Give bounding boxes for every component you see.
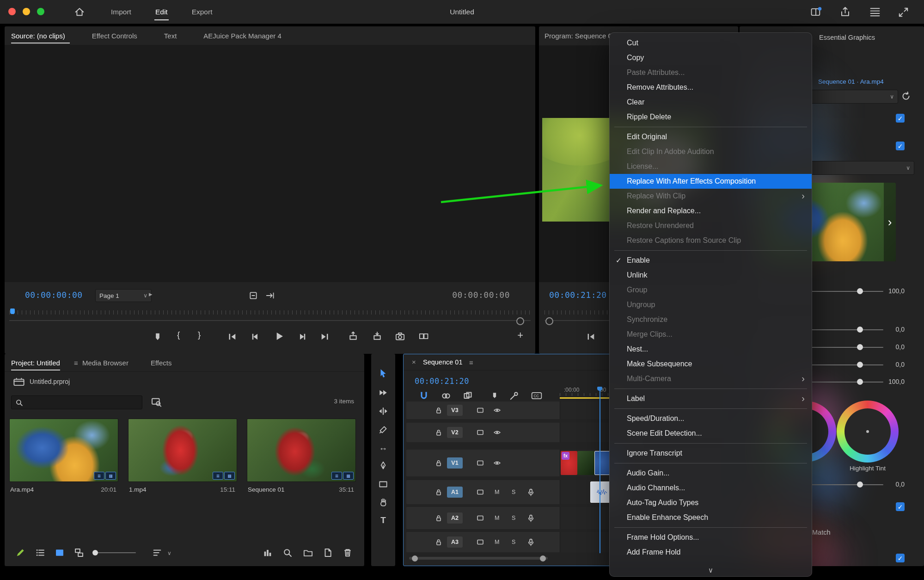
page-selector-dropdown[interactable]: Page 1∨	[95, 289, 152, 302]
source-patch-icon[interactable]	[477, 460, 484, 466]
playhead-line[interactable]	[600, 390, 600, 553]
menu-item[interactable]: Make Subsequence	[610, 357, 812, 371]
menu-item[interactable]: License...	[610, 159, 812, 174]
go-to-in-icon[interactable]	[587, 332, 596, 341]
menu-item[interactable]: Replace With After Effects Composition	[610, 174, 812, 189]
add-marker-icon[interactable]	[153, 332, 163, 342]
track-visibility-eye-icon[interactable]	[493, 429, 501, 436]
menu-item[interactable]	[614, 127, 807, 127]
timeline-clip[interactable]: fx	[561, 451, 577, 475]
lock-icon[interactable]	[435, 407, 442, 414]
delete-icon[interactable]	[342, 547, 353, 558]
project-clip-card[interactable]: ▦ ≣ 1.mp4 15:11	[128, 419, 236, 493]
project-file-name[interactable]: Untitled.prproj	[30, 378, 70, 385]
ripple-edit-tool[interactable]	[378, 406, 389, 417]
pen-tool[interactable]	[378, 460, 389, 471]
menu-item[interactable]: Edit Original	[610, 130, 812, 144]
menu-item[interactable]: Frame Hold Options...	[610, 530, 812, 545]
menu-item[interactable]	[614, 389, 807, 389]
export-frame-icon[interactable]	[395, 331, 405, 341]
menu-item[interactable]: Paste Attributes...	[610, 65, 812, 80]
menu-item[interactable]: Ripple Delete	[610, 110, 812, 124]
panel-tab[interactable]: Effect Controls	[92, 32, 142, 40]
fullscreen-icon[interactable]	[898, 6, 909, 18]
track-label[interactable]: V1	[447, 457, 463, 469]
color-wheels-match-label[interactable]: Match	[812, 529, 831, 536]
section-enabled-checkbox[interactable]: ✓	[896, 502, 905, 511]
linked-selection-icon[interactable]	[441, 391, 451, 401]
slip-tool[interactable]: ↔	[378, 442, 389, 453]
lock-icon[interactable]	[435, 429, 442, 436]
panel-tab[interactable]: Media Browser	[82, 359, 129, 367]
quick-export-menu-icon[interactable]	[869, 7, 881, 17]
source-patch-icon[interactable]	[477, 489, 484, 495]
selection-tool[interactable]	[378, 368, 389, 379]
source-patch-icon[interactable]	[477, 515, 484, 521]
export-settings-icon[interactable]	[265, 291, 275, 300]
menu-item[interactable]: Synchronize	[610, 312, 812, 327]
source-time-ruler[interactable]	[9, 310, 531, 315]
lock-icon[interactable]	[435, 514, 442, 522]
slider-knob[interactable]	[857, 288, 863, 294]
menu-item[interactable]: Enable Enhance Speech	[610, 510, 812, 525]
lift-icon[interactable]	[348, 331, 358, 341]
captions-icon[interactable]: CC	[531, 391, 542, 400]
type-tool[interactable]: T	[378, 515, 389, 526]
button-editor-icon[interactable]: +	[517, 329, 523, 341]
panel-tab[interactable]: Effects	[151, 359, 172, 367]
lock-icon[interactable]	[435, 538, 442, 546]
nest-toggle-icon[interactable]	[463, 391, 472, 401]
menu-item[interactable]: Label ›	[610, 391, 812, 406]
program-zoom-handle[interactable]	[545, 317, 553, 325]
hand-tool[interactable]	[378, 497, 389, 508]
extract-icon[interactable]	[372, 331, 382, 341]
share-icon[interactable]	[839, 6, 851, 18]
menu-item[interactable]: Speed/Duration...	[610, 411, 812, 426]
list-view-icon[interactable]	[35, 547, 46, 558]
zoom-slider[interactable]	[93, 552, 136, 553]
mute-button[interactable]: M	[495, 489, 499, 495]
tab-essential-graphics[interactable]: Essential Graphics	[819, 34, 875, 41]
lock-icon[interactable]	[435, 488, 442, 496]
menu-item[interactable]: Nest...	[610, 342, 812, 357]
slider-value[interactable]: 0,0	[896, 343, 905, 351]
slider-knob[interactable]	[857, 379, 863, 385]
menu-item[interactable]: Multi-Camera ›	[610, 371, 812, 386]
slider-value[interactable]: 100,0	[888, 378, 905, 385]
menu-item[interactable]: Render and Replace...	[610, 204, 812, 218]
menu-item[interactable]: Restore Captions from Source Clip	[610, 233, 812, 248]
timeline-scrollbar[interactable]	[409, 557, 548, 560]
thumbnail-view-icon[interactable]	[54, 547, 65, 558]
voiceover-mic-icon[interactable]	[527, 538, 534, 546]
menu-item[interactable]	[614, 408, 807, 409]
scrollbar-handle-left[interactable]	[412, 555, 418, 561]
timeline-timecode[interactable]: 00:00:21:20	[415, 376, 469, 386]
new-item-icon[interactable]	[322, 547, 333, 558]
solo-button[interactable]: S	[512, 515, 515, 521]
slider-value[interactable]: 100,0	[888, 287, 905, 295]
clip-thumbnail[interactable]: ▦ ≣	[9, 419, 118, 482]
voiceover-mic-icon[interactable]	[527, 488, 534, 496]
track-visibility-eye-icon[interactable]	[493, 460, 501, 466]
timeline-tab[interactable]: Sequence 01	[423, 358, 462, 366]
zoom-slider-knob[interactable]	[92, 550, 98, 555]
menu-item[interactable]	[614, 463, 807, 463]
freeform-view-icon[interactable]	[73, 547, 85, 558]
mark-out-icon[interactable]: }	[198, 330, 201, 340]
menu-item[interactable]: Group	[610, 283, 812, 297]
track-label[interactable]: A3	[447, 537, 463, 548]
track-label[interactable]: A2	[447, 512, 463, 524]
panel-tab[interactable]: Project: Untitled	[11, 359, 60, 367]
source-zoom-handle[interactable]	[516, 317, 524, 325]
menu-item[interactable]	[614, 527, 807, 528]
section-enabled-checkbox[interactable]: ✓	[896, 142, 905, 150]
menu-item[interactable]: Merge Clips...	[610, 327, 812, 342]
highlight-tint-wheel[interactable]	[837, 401, 899, 463]
panel-menu-icon[interactable]: ≡	[469, 358, 473, 366]
new-bin-icon[interactable]	[302, 547, 313, 558]
menu-item[interactable]: Ignore Transcript	[610, 446, 812, 461]
source-patch-icon[interactable]	[477, 539, 484, 545]
panel-menu-icon[interactable]: ≡	[74, 359, 78, 367]
track-label[interactable]: V3	[447, 405, 463, 416]
next-look-icon[interactable]: ›	[888, 215, 892, 229]
